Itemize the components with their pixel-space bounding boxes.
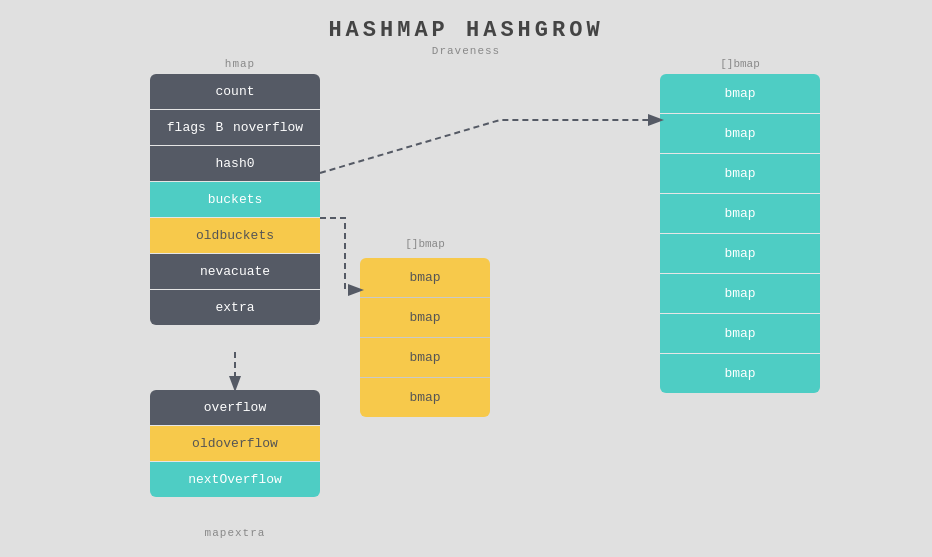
hmap-row-buckets: buckets xyxy=(150,182,320,217)
hmap-row-nevacuate: nevacuate xyxy=(150,254,320,289)
bmap-mid-row-1: bmap xyxy=(360,258,490,297)
bmap-right-label: []bmap xyxy=(660,58,820,70)
hmap-row-extra: extra xyxy=(150,290,320,325)
hmap-row-oldbuckets: oldbuckets xyxy=(150,218,320,253)
overflow-box: overflow oldoverflow nextOverflow xyxy=(150,390,320,497)
hmap-label: hmap xyxy=(160,58,320,70)
mapextra-label: mapextra xyxy=(155,527,315,539)
bmap-right-row-5: bmap xyxy=(660,234,820,273)
hmap-row-hash0: hash0 xyxy=(150,146,320,181)
nextoverflow-row: nextOverflow xyxy=(150,462,320,497)
overflow-row: overflow xyxy=(150,390,320,425)
arrow-oldbuckets-to-mid-bmap xyxy=(320,218,360,290)
bmap-right-row-8: bmap xyxy=(660,354,820,393)
bmap-right-row-3: bmap xyxy=(660,154,820,193)
bmap-mid-row-2: bmap xyxy=(360,298,490,337)
bmap-right-box: bmap bmap bmap bmap bmap bmap bmap bmap xyxy=(660,74,820,393)
oldoverflow-row: oldoverflow xyxy=(150,426,320,461)
bmap-right-row-2: bmap xyxy=(660,114,820,153)
bmap-mid-row-4: bmap xyxy=(360,378,490,417)
bmap-right-row-6: bmap xyxy=(660,274,820,313)
hmap-row-count: count xyxy=(150,74,320,109)
bmap-right-row-4: bmap xyxy=(660,194,820,233)
hmap-row-flags: flagsBnoverflow xyxy=(150,110,320,145)
page-container: HASHMAP HASHGROW Draveness hmap count fl… xyxy=(0,0,932,557)
hmap-box: count flagsBnoverflow hash0 buckets oldb… xyxy=(150,74,320,325)
bmap-right-row-7: bmap xyxy=(660,314,820,353)
bmap-mid-row-3: bmap xyxy=(360,338,490,377)
bmap-right-row-1: bmap xyxy=(660,74,820,113)
main-title: HASHMAP HASHGROW xyxy=(0,0,932,43)
subtitle: Draveness xyxy=(0,45,932,57)
bmap-mid-box: bmap bmap bmap bmap xyxy=(360,258,490,417)
bmap-mid-label: []bmap xyxy=(360,238,490,250)
arrow-buckets-to-right-bmap xyxy=(320,120,660,173)
